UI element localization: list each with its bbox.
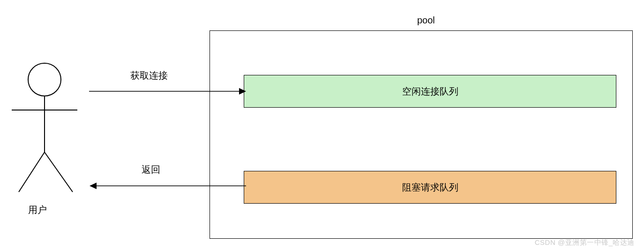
get-connection-label: 获取连接 bbox=[130, 69, 168, 82]
user-figure bbox=[12, 61, 87, 203]
return-arrow bbox=[89, 179, 248, 193]
pool-container bbox=[210, 30, 633, 239]
svg-line-3 bbox=[19, 152, 45, 192]
return-label: 返回 bbox=[142, 163, 160, 176]
svg-marker-6 bbox=[239, 88, 246, 95]
pool-label: pool bbox=[417, 15, 435, 26]
user-label: 用户 bbox=[28, 204, 47, 216]
svg-line-4 bbox=[45, 152, 73, 192]
blocked-request-queue: 阻塞请求队列 bbox=[244, 171, 616, 204]
get-connection-arrow bbox=[89, 84, 248, 98]
svg-point-0 bbox=[28, 63, 61, 96]
idle-connection-queue: 空闲连接队列 bbox=[244, 75, 616, 108]
watermark: CSDN @亚洲第一中锋_哈达迪 bbox=[535, 238, 635, 247]
idle-queue-label: 空闲连接队列 bbox=[402, 85, 458, 98]
svg-marker-8 bbox=[90, 183, 97, 189]
block-queue-label: 阻塞请求队列 bbox=[402, 181, 458, 194]
